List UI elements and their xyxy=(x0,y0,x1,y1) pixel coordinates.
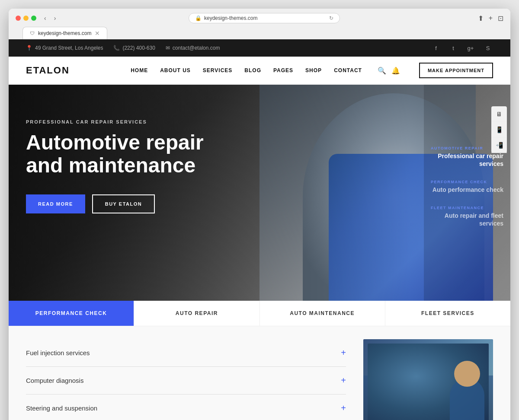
nav-contact[interactable]: CONTACT xyxy=(334,67,362,73)
facebook-icon[interactable]: f xyxy=(431,43,441,53)
accordion-expand-3[interactable]: + xyxy=(341,403,346,413)
sidebar-tablet-icon[interactable]: 📱 xyxy=(491,122,507,137)
url-text: keydesign-themes.com xyxy=(204,15,257,21)
twitter-icon[interactable]: t xyxy=(448,43,458,53)
site-header: ETALON HOME ABOUT US SERVICES BLOG PAGES… xyxy=(9,57,510,85)
hero-title-line1: Automotive repair xyxy=(26,131,204,154)
social-icons: f t g+ S xyxy=(431,43,493,53)
slide-title-1: Professional car repair services xyxy=(431,152,503,168)
nav-pages[interactable]: PAGES xyxy=(273,67,293,73)
email-icon: ✉ xyxy=(166,45,170,51)
nav-home[interactable]: HOME xyxy=(131,67,148,73)
share-button[interactable]: ⬆ xyxy=(478,14,484,22)
cart-icon[interactable]: 🔔 xyxy=(391,67,400,75)
email-item[interactable]: ✉ contact@etalon.com xyxy=(166,45,220,51)
accordion-item-3[interactable]: Steering and suspension + xyxy=(26,395,346,420)
email-text: contact@etalon.com xyxy=(173,45,220,51)
service-tabs: PERFORMANCE CHECK AUTO REPAIR AUTO MAINT… xyxy=(9,301,510,326)
phone-item[interactable]: 📞 (222) 400-630 xyxy=(113,45,155,51)
hero-buttons: READ MORE BUY ETALON xyxy=(26,194,216,213)
tab-fleet-services[interactable]: FLEET SERVICES xyxy=(385,301,510,326)
lock-icon: 🔒 xyxy=(195,15,202,21)
hero-title: Automotive repair and maintenance xyxy=(26,131,216,177)
nav-icon-group: 🔍 🔔 xyxy=(378,67,400,75)
new-tab-button[interactable]: + xyxy=(489,14,493,22)
tab-performance-check[interactable]: PERFORMANCE CHECK xyxy=(9,301,134,326)
maximize-button[interactable] xyxy=(31,16,36,21)
tab-close-button[interactable]: ✕ xyxy=(95,30,100,37)
accordion-expand-2[interactable]: + xyxy=(341,375,346,385)
search-icon[interactable]: 🔍 xyxy=(378,67,386,75)
sidebar-mobile-icon[interactable]: 📲 xyxy=(491,137,507,153)
top-bar-left: 📍 49 Grand Street, Los Angeles 📞 (222) 4… xyxy=(26,45,220,51)
main-nav: HOME ABOUT US SERVICES BLOG PAGES SHOP C… xyxy=(131,63,493,78)
site-logo[interactable]: ETALON xyxy=(26,65,70,76)
accordion-item-1[interactable]: Fuel injection services + xyxy=(26,339,346,367)
slide-title-2: Auto performance check xyxy=(431,186,503,194)
googleplus-icon[interactable]: g+ xyxy=(465,43,476,53)
read-more-button[interactable]: READ MORE xyxy=(26,194,85,213)
browser-tab[interactable]: 🛡 keydesign-themes.com ✕ xyxy=(22,27,107,39)
close-button[interactable] xyxy=(16,16,21,21)
address-bar[interactable]: 🔒 keydesign-themes.com ↻ xyxy=(189,13,340,23)
content-section: Fuel injection services + Computer diagn… xyxy=(9,326,510,420)
sidebar-monitor-icon[interactable]: 🖥 xyxy=(491,106,507,122)
accordion-label-3: Steering and suspension xyxy=(26,404,97,412)
tab-auto-repair[interactable]: AUTO REPAIR xyxy=(134,301,260,326)
tab-label: keydesign-themes.com xyxy=(38,30,91,36)
accordion-expand-1[interactable]: + xyxy=(341,348,346,358)
accordion-section: Fuel injection services + Computer diagn… xyxy=(26,339,346,420)
address-item: 📍 49 Grand Street, Los Angeles xyxy=(26,45,103,51)
tab-auto-maintenance[interactable]: AUTO MAINTENANCE xyxy=(260,301,385,326)
tab-icon: 🛡 xyxy=(30,31,35,36)
nav-shop[interactable]: SHOP xyxy=(305,67,322,73)
hero-title-line2: and maintenance xyxy=(26,154,195,177)
nav-blog[interactable]: BLOG xyxy=(244,67,261,73)
phone-text: (222) 400-630 xyxy=(122,45,155,51)
slide-item-2[interactable]: PERFORMANCE CHECK Auto performance check xyxy=(431,180,503,194)
top-bar: 📍 49 Grand Street, Los Angeles 📞 (222) 4… xyxy=(9,39,510,57)
back-button[interactable]: ‹ xyxy=(42,14,48,22)
slide-title-3: Auto repair and fleet services xyxy=(431,212,503,227)
forward-button[interactable]: › xyxy=(52,14,58,22)
nav-about[interactable]: ABOUT US xyxy=(160,67,191,73)
skype-icon[interactable]: S xyxy=(483,43,493,53)
minimize-button[interactable] xyxy=(23,16,29,21)
slide-tag-2: PERFORMANCE CHECK xyxy=(431,180,503,184)
location-icon: 📍 xyxy=(26,45,32,51)
accordion-item-2[interactable]: Computer diagnosis + xyxy=(26,367,346,395)
nav-services[interactable]: SERVICES xyxy=(203,67,232,73)
refresh-icon[interactable]: ↻ xyxy=(329,15,333,21)
hero-content: PROFESSIONAL CAR REPAIR SERVICES Automot… xyxy=(9,85,234,231)
slide-item-3[interactable]: FLEET MAINTENANCE Auto repair and fleet … xyxy=(431,206,503,227)
service-image-section xyxy=(363,339,493,420)
make-appointment-button[interactable]: MAKE APPOINTMENT xyxy=(419,63,493,78)
hero-section: PROFESSIONAL CAR REPAIR SERVICES Automot… xyxy=(9,85,510,301)
accordion-label-1: Fuel injection services xyxy=(26,349,90,356)
sidebar-button[interactable]: ⊡ xyxy=(498,14,503,22)
slide-tag-3: FLEET MAINTENANCE xyxy=(431,206,503,210)
phone-icon: 📞 xyxy=(113,45,120,51)
accordion-label-2: Computer diagnosis xyxy=(26,377,83,384)
buy-etalon-button[interactable]: BUY ETALON xyxy=(92,194,155,213)
service-image xyxy=(363,339,493,420)
hero-subtitle: PROFESSIONAL CAR REPAIR SERVICES xyxy=(26,119,216,124)
address-text: 49 Grand Street, Los Angeles xyxy=(35,45,103,51)
